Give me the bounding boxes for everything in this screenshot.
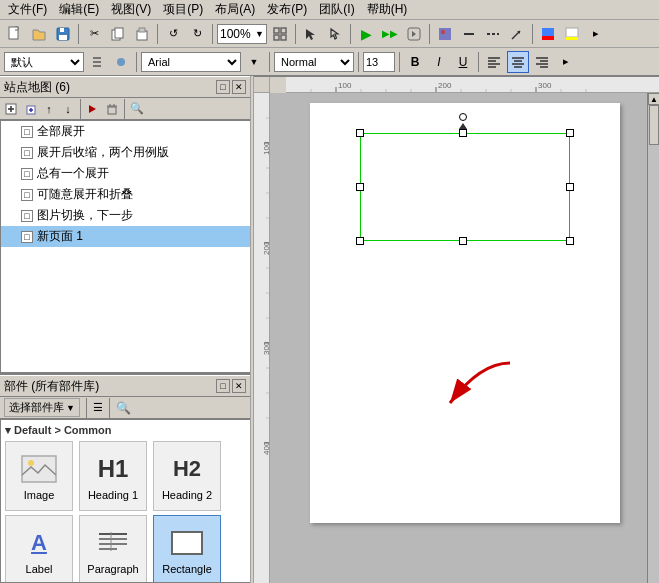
sitemap-item[interactable]: □ 展开后收缩，两个用例版 xyxy=(1,142,250,163)
zoom-dropdown-icon[interactable]: ▼ xyxy=(255,29,264,39)
sitemap-search-btn[interactable]: 🔍 xyxy=(128,100,146,118)
component-item-label[interactable]: A Label xyxy=(5,515,73,583)
handle-bl[interactable] xyxy=(356,237,364,245)
component-item-rectangle[interactable]: Rectangle xyxy=(153,515,221,583)
fill-button[interactable] xyxy=(561,23,583,45)
more-button[interactable]: ▸ xyxy=(585,23,607,45)
redo-button[interactable]: ↻ xyxy=(186,23,208,45)
sitemap-expand-btn[interactable]: □ xyxy=(216,80,230,94)
components-expand-btn[interactable]: □ xyxy=(216,379,230,393)
new-button[interactable] xyxy=(4,23,26,45)
font-size-input[interactable]: 13 xyxy=(363,52,395,72)
components-close-btn[interactable]: ✕ xyxy=(232,379,246,393)
handle-mr[interactable] xyxy=(566,183,574,191)
copy-button[interactable] xyxy=(107,23,129,45)
menu-help[interactable]: 帮助(H) xyxy=(363,1,412,18)
component-item-image[interactable]: Image xyxy=(5,441,73,511)
undo-button[interactable]: ↺ xyxy=(162,23,184,45)
menu-publish[interactable]: 发布(P) xyxy=(263,1,311,18)
font-style-dropdown[interactable]: Normal xyxy=(274,52,354,72)
svg-rect-14 xyxy=(441,30,445,34)
zoom-fit-button[interactable] xyxy=(269,23,291,45)
scrollbar-vertical[interactable]: ▲ ▼ xyxy=(647,93,659,583)
preview-button[interactable]: ▶ xyxy=(355,23,377,45)
component-item-paragraph[interactable]: Paragraph xyxy=(79,515,147,583)
cursor2-button[interactable] xyxy=(324,23,346,45)
open-button[interactable] xyxy=(28,23,50,45)
canvas-drawing-area[interactable] xyxy=(270,93,647,583)
align-center-button[interactable] xyxy=(507,51,529,73)
font-dropdown-btn[interactable]: ▼ xyxy=(243,51,265,73)
italic-button[interactable]: I xyxy=(428,51,450,73)
underline-button[interactable]: U xyxy=(452,51,474,73)
separator xyxy=(532,24,533,44)
svg-rect-9 xyxy=(281,28,286,33)
sitemap-arrow-btn[interactable] xyxy=(84,100,102,118)
arrow-button[interactable] xyxy=(506,23,528,45)
more-format-button[interactable]: ▸ xyxy=(555,51,577,73)
handle-tm[interactable] xyxy=(459,129,467,137)
ruler-corner xyxy=(254,77,270,93)
handle-tr[interactable] xyxy=(566,129,574,137)
handle-rotate[interactable] xyxy=(459,113,467,121)
sitemap-item[interactable]: □ 可随意展开和折叠 xyxy=(1,184,250,205)
menu-view[interactable]: 视图(V) xyxy=(107,1,155,18)
handle-br[interactable] xyxy=(566,237,574,245)
align-left-button[interactable] xyxy=(483,51,505,73)
sitemap-close-btn[interactable]: ✕ xyxy=(232,80,246,94)
sitemap-item[interactable]: □ 总有一个展开 xyxy=(1,163,250,184)
sitemap-delete-btn[interactable] xyxy=(103,100,121,118)
preview3-button[interactable] xyxy=(403,23,425,45)
separator xyxy=(109,398,110,418)
color1-button[interactable] xyxy=(537,23,559,45)
library-select-btn[interactable]: 选择部件库 ▼ xyxy=(4,398,80,417)
toolbar-format: 默认 Arial ▼ Normal 13 B I U ▸ xyxy=(0,48,659,76)
style-button[interactable] xyxy=(434,23,456,45)
handle-ml[interactable] xyxy=(356,183,364,191)
components-search-btn[interactable]: 🔍 xyxy=(116,400,132,416)
scrollbar-up-btn[interactable]: ▲ xyxy=(648,93,659,105)
scrollbar-thumb[interactable] xyxy=(649,105,659,145)
preview2-button[interactable]: ▶▶ xyxy=(379,23,401,45)
sitemap-add-child-btn[interactable] xyxy=(21,100,39,118)
sitemap-item-selected[interactable]: □ 新页面 1 xyxy=(1,226,250,247)
menu-file[interactable]: 文件(F) xyxy=(4,1,51,18)
component-heading1-label: Heading 1 xyxy=(88,489,138,501)
sitemap-item[interactable]: □ 图片切换，下一步 xyxy=(1,205,250,226)
component-item-heading2[interactable]: H2 Heading 2 xyxy=(153,441,221,511)
handle-tl[interactable] xyxy=(356,129,364,137)
selected-rectangle[interactable] xyxy=(360,133,570,241)
cut-button[interactable]: ✂ xyxy=(83,23,105,45)
components-section-title: ▾ Default > Common xyxy=(5,424,246,437)
bold-button[interactable]: B xyxy=(404,51,426,73)
page-icon: □ xyxy=(21,231,33,243)
components-menu-icon[interactable]: ☰ xyxy=(93,401,103,414)
svg-rect-20 xyxy=(566,28,578,37)
align-right-button[interactable] xyxy=(531,51,553,73)
sitemap-down-btn[interactable]: ↓ xyxy=(59,100,77,118)
svg-rect-7 xyxy=(139,28,145,32)
line-button[interactable] xyxy=(458,23,480,45)
component-paragraph-label: Paragraph xyxy=(87,563,138,575)
dash-button[interactable] xyxy=(482,23,504,45)
cursor-button[interactable] xyxy=(300,23,322,45)
separator xyxy=(429,24,430,44)
font-family-dropdown[interactable]: Arial xyxy=(141,52,241,72)
sitemap-up-btn[interactable]: ↑ xyxy=(40,100,58,118)
style-icon-btn[interactable] xyxy=(110,51,132,73)
svg-text:100: 100 xyxy=(338,81,352,90)
menu-team[interactable]: 团队(I) xyxy=(315,1,358,18)
handle-bm[interactable] xyxy=(459,237,467,245)
menu-project[interactable]: 项目(P) xyxy=(159,1,207,18)
style-menu-btn[interactable] xyxy=(86,51,108,73)
component-item-heading1[interactable]: H1 Heading 1 xyxy=(79,441,147,511)
save-button[interactable] xyxy=(52,23,74,45)
style-dropdown[interactable]: 默认 xyxy=(4,52,84,72)
zoom-box[interactable]: 100% ▼ xyxy=(217,24,267,44)
svg-rect-19 xyxy=(542,36,554,40)
sitemap-add-btn[interactable] xyxy=(2,100,20,118)
sitemap-item[interactable]: □ 全部展开 xyxy=(1,121,250,142)
menu-edit[interactable]: 编辑(E) xyxy=(55,1,103,18)
paste-button[interactable] xyxy=(131,23,153,45)
menu-layout[interactable]: 布局(A) xyxy=(211,1,259,18)
